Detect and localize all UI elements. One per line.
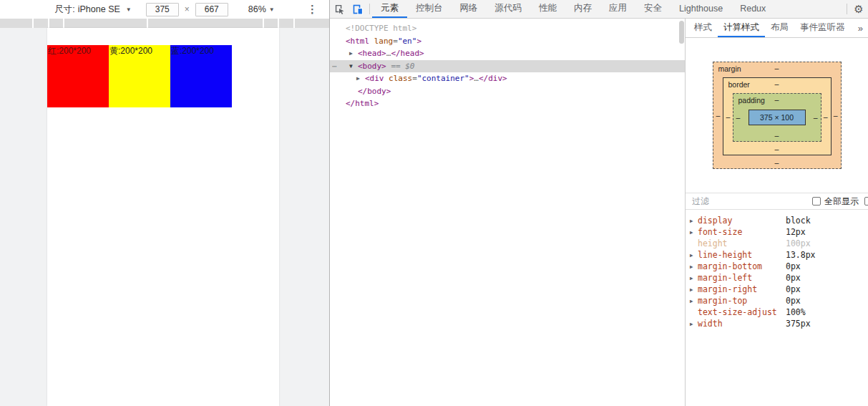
tab-performance[interactable]: 性能 <box>530 0 565 18</box>
tab-sources[interactable]: 源代码 <box>487 0 531 18</box>
property-row: ▶margin-left0px <box>686 272 868 284</box>
ruler-segment <box>34 19 48 28</box>
padding-bottom-value[interactable]: – <box>775 131 779 140</box>
code-line-head[interactable]: ▶<head>…</head> <box>330 47 685 60</box>
dimension-separator: × <box>185 4 190 14</box>
show-all-checkbox[interactable] <box>812 197 821 206</box>
more-tabs-chevron-icon[interactable]: » <box>853 19 868 37</box>
zoom-select-arrow-icon: ▼ <box>269 6 275 13</box>
color-boxes-row: 红:200*200 黄:200*200 蓝:200*200 <box>47 45 279 107</box>
code-line-body-selected[interactable]: ⋯▼<body> == $0 <box>330 60 685 73</box>
media-query-ruler <box>0 19 329 28</box>
yellow-box-label: 黄:200*200 <box>109 46 152 56</box>
toggle-device-toolbar-icon[interactable] <box>348 0 367 18</box>
code-line-html-open[interactable]: <html lang="en"> <box>330 35 685 48</box>
border-top-value[interactable]: – <box>775 79 779 88</box>
expand-arrow-icon[interactable]: ▶ <box>690 264 698 270</box>
property-row: ▶font-size12px <box>686 226 868 238</box>
inspect-element-icon[interactable] <box>330 0 348 18</box>
toolbar-separator <box>847 4 847 14</box>
tab-computed[interactable]: 计算样式 <box>718 19 765 37</box>
size-label: 尺寸: <box>54 4 74 16</box>
expand-arrow-icon[interactable]: ▶ <box>690 286 698 293</box>
expand-arrow-icon[interactable]: ▶ <box>690 321 698 327</box>
tab-security[interactable]: 安全 <box>635 0 670 18</box>
tab-elements[interactable]: 元素 <box>372 0 407 18</box>
device-emulation-area: 尺寸: iPhone SE ▼ × 86% ▼ ⋮ <box>0 0 329 406</box>
border-right-value[interactable]: – <box>824 112 828 121</box>
settings-gear-icon[interactable]: ⚙ <box>849 0 868 18</box>
box-model-padding[interactable]: padding – – – – 375 × 100 <box>733 93 821 142</box>
tab-styles[interactable]: 样式 <box>688 19 718 37</box>
property-row: ▶displayblock <box>686 215 868 226</box>
property-row: ▶width375px <box>686 318 868 329</box>
filter-input[interactable]: 过滤 <box>692 195 812 208</box>
property-row-inactive: height100px <box>686 238 868 249</box>
ruler-segment <box>0 19 32 28</box>
collapse-arrow-icon[interactable]: ▼ <box>349 60 358 73</box>
tab-lighthouse[interactable]: Lighthouse <box>670 0 731 18</box>
ruler-segment <box>49 19 63 28</box>
expand-arrow-icon[interactable]: ▶ <box>690 229 698 236</box>
expand-arrow-icon[interactable]: ▶ <box>356 72 365 85</box>
property-row: ▶margin-right0px <box>686 284 868 295</box>
zoom-value: 86% <box>248 4 266 14</box>
viewport-width-input[interactable] <box>146 3 179 16</box>
border-left-value[interactable]: – <box>726 112 731 121</box>
padding-right-value[interactable]: – <box>814 113 818 122</box>
tab-event-listeners[interactable]: 事件监听器 <box>794 19 851 37</box>
box-model-border[interactable]: border – – – – padding – – – <box>723 77 832 155</box>
emulated-viewport: 红:200*200 黄:200*200 蓝:200*200 <box>47 28 279 406</box>
tab-application[interactable]: 应用 <box>600 0 635 18</box>
box-model-margin[interactable]: margin – – – – border – – – – <box>713 62 842 169</box>
box-model-content-size[interactable]: 375 × 100 <box>748 110 806 125</box>
devtools-panel: 元素 控制台 网络 源代码 性能 内存 应用 安全 Lighthouse Red… <box>329 0 868 406</box>
expand-arrow-icon[interactable]: ▶ <box>690 218 698 224</box>
computed-filter-row: 过滤 全部显示 <box>686 193 868 210</box>
devtools-window: 尺寸: iPhone SE ▼ × 86% ▼ ⋮ <box>0 0 868 406</box>
tab-redux[interactable]: Redux <box>731 0 774 18</box>
tab-layout[interactable]: 布局 <box>765 19 794 37</box>
property-row: text-size-adjust100% <box>686 306 868 318</box>
device-toolbar-menu-icon[interactable]: ⋮ <box>307 3 318 16</box>
blue-box-label: 蓝:200*200 <box>171 46 214 56</box>
expand-arrow-icon[interactable]: ▶ <box>349 47 358 60</box>
device-select[interactable]: iPhone SE <box>78 4 120 14</box>
code-line-body-close[interactable]: </body> <box>330 85 685 98</box>
code-line-html-close[interactable]: </html> <box>330 97 685 110</box>
group-checkbox[interactable] <box>864 197 868 206</box>
viewport-height-input[interactable] <box>195 3 228 16</box>
margin-bottom-value[interactable]: – <box>775 158 779 167</box>
margin-label: margin <box>718 64 741 73</box>
sidebar-tabbar: 样式 计算样式 布局 事件监听器 » <box>686 19 868 38</box>
border-bottom-value[interactable]: – <box>775 145 779 153</box>
emulation-background: 红:200*200 黄:200*200 蓝:200*200 <box>0 28 329 406</box>
elements-scrollbar-thumb[interactable] <box>679 21 684 44</box>
selected-node-flag: == $0 <box>391 62 414 71</box>
yellow-box: 黄:200*200 <box>109 45 170 107</box>
zoom-select[interactable]: 86% ▼ <box>248 4 275 14</box>
tab-memory[interactable]: 内存 <box>565 0 600 18</box>
node-menu-dots-icon[interactable]: ⋯ <box>332 60 336 73</box>
expand-arrow-icon[interactable]: ▶ <box>690 275 698 281</box>
devtools-tabbar: 元素 控制台 网络 源代码 性能 内存 应用 安全 Lighthouse Red… <box>330 0 868 19</box>
margin-right-value[interactable]: – <box>834 111 838 120</box>
ruler-segment <box>295 19 329 28</box>
ruler-segment <box>264 19 278 28</box>
code-line-div-container[interactable]: ▶<div class="container">…</div> <box>330 72 685 85</box>
padding-left-value[interactable]: – <box>736 113 741 122</box>
margin-left-value[interactable]: – <box>716 111 721 120</box>
toolbar-separator <box>369 4 370 14</box>
blue-box: 蓝:200*200 <box>170 45 232 107</box>
tab-network[interactable]: 网络 <box>452 0 487 18</box>
margin-top-value[interactable]: – <box>775 64 779 72</box>
expand-arrow-icon[interactable]: ▶ <box>690 298 698 304</box>
red-box: 红:200*200 <box>47 45 109 107</box>
padding-label: padding <box>738 96 765 105</box>
device-toolbar: 尺寸: iPhone SE ▼ × 86% ▼ ⋮ <box>0 0 329 19</box>
code-line-doctype[interactable]: <!DOCTYPE html> <box>330 22 685 35</box>
padding-top-value[interactable]: – <box>775 95 779 104</box>
tab-console[interactable]: 控制台 <box>407 0 452 18</box>
expand-arrow-icon[interactable]: ▶ <box>690 252 698 258</box>
device-select-arrow-icon[interactable]: ▼ <box>126 6 132 13</box>
